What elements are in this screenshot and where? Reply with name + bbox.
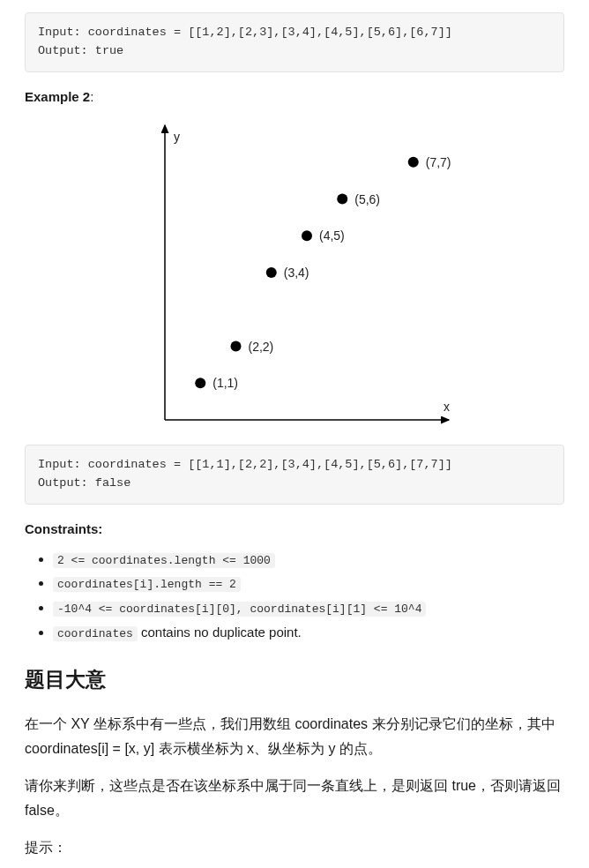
scatter-point-label: (1,1) xyxy=(212,376,238,390)
scatter-point xyxy=(231,340,242,351)
scatter-point-label: (5,6) xyxy=(354,191,380,206)
constraint-code: coordinates xyxy=(53,626,138,641)
problem-para-2: 请你来判断，这些点是否在该坐标系中属于同一条直线上，是则返回 true，否则请返… xyxy=(25,774,564,823)
section-title: 题目大意 xyxy=(25,663,564,696)
scatter-point xyxy=(337,193,347,204)
constraints-heading: Constraints: xyxy=(25,519,564,540)
problem-para-1: 在一个 XY 坐标系中有一些点，我们用数组 coordinates 来分别记录它… xyxy=(25,712,564,761)
example1-output: Output: true xyxy=(38,44,123,57)
scatter-point-label: (7,7) xyxy=(426,155,451,169)
constraint-suffix: contains no duplicate point. xyxy=(138,625,302,640)
scatter-svg: xy(1,1)(2,2)(3,4)(4,5)(5,6)(7,7) xyxy=(131,120,458,429)
constraint-code: 2 <= coordinates.length <= 1000 xyxy=(53,553,275,568)
example2-input: Input: coordinates = [[1,1],[2,2],[3,4],… xyxy=(38,458,452,471)
y-axis-label: y xyxy=(174,130,180,144)
example1-input: Input: coordinates = [[1,2],[2,3],[3,4],… xyxy=(38,26,452,39)
example2-output: Output: false xyxy=(38,476,130,490)
scatter-point xyxy=(266,267,277,278)
scatter-point xyxy=(302,230,312,241)
constraint-item: 2 <= coordinates.length <= 1000 xyxy=(53,549,564,571)
scatter-point-label: (2,2) xyxy=(249,339,274,353)
constraint-item: -10^4 <= coordinates[i][0], coordinates[… xyxy=(53,597,564,619)
scatter-point xyxy=(195,378,205,388)
example2-code: Input: coordinates = [[1,1],[2,2],[3,4],… xyxy=(25,445,564,505)
scatter-point-label: (4,5) xyxy=(319,228,345,243)
x-axis-label: x xyxy=(444,400,450,414)
scatter-point-label: (3,4) xyxy=(284,266,309,280)
scatter-point xyxy=(408,157,419,168)
scatter-plot: xy(1,1)(2,2)(3,4)(4,5)(5,6)(7,7) xyxy=(25,120,564,429)
constraint-code: coordinates[i].length == 2 xyxy=(53,577,241,592)
constraint-code: -10^4 <= coordinates[i][0], coordinates[… xyxy=(53,602,426,617)
example1-code: Input: coordinates = [[1,2],[2,3],[3,4],… xyxy=(25,12,564,72)
constraint-item: coordinates[i].length == 2 xyxy=(53,572,564,595)
constraint-item: coordinates contains no duplicate point. xyxy=(53,622,564,644)
constraints-list: 2 <= coordinates.length <= 1000coordinat… xyxy=(25,549,564,644)
hints-label: 提示： xyxy=(25,835,564,860)
example2-label: Example 2: xyxy=(25,86,564,108)
